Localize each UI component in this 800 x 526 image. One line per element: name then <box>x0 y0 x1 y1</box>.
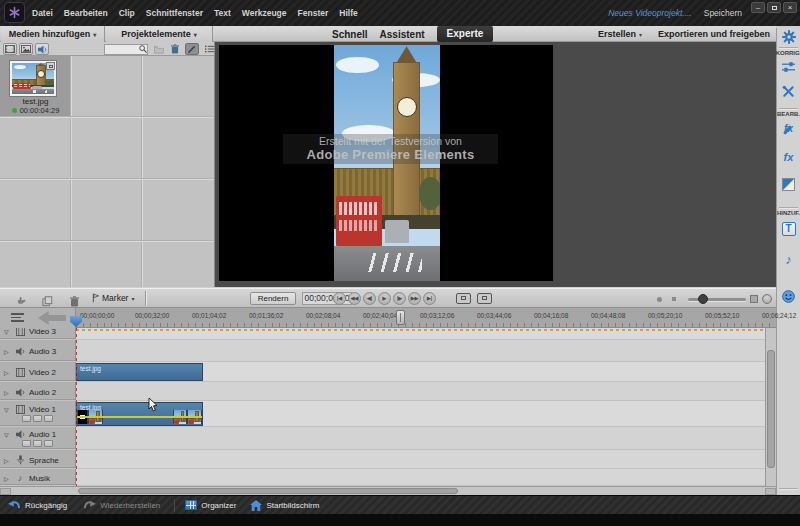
work-area-handle[interactable] <box>396 310 405 325</box>
collapse-icon[interactable]: ▽ <box>4 431 11 438</box>
titles-button[interactable]: T <box>777 222 800 236</box>
adjust-button[interactable] <box>777 61 800 73</box>
tab-experte[interactable]: Experte <box>437 26 494 42</box>
time-ruler[interactable]: 00;00;00;00 00;00;32;00 00;01;04;02 00;0… <box>0 308 776 328</box>
clip-video1-testjpg[interactable]: test.jpg <box>76 402 203 426</box>
add-media-button[interactable]: Medien hinzufügen ▾ <box>1 26 105 42</box>
media-thumbnail[interactable] <box>10 61 56 96</box>
menu-fenster[interactable]: Fenster <box>298 8 329 18</box>
organizer-button[interactable]: Organizer <box>185 500 236 510</box>
project-name-link[interactable]: Neues Videoprojekt.... <box>608 8 691 18</box>
help-knob-icon[interactable] <box>762 294 772 304</box>
opacity-rubber-band[interactable] <box>77 416 202 418</box>
next-keyframe-button[interactable] <box>44 440 53 447</box>
expand-icon[interactable]: ▷ <box>4 348 11 355</box>
export-share-button[interactable]: Exportieren und freigeben <box>658 29 770 39</box>
zoom-slider-track[interactable] <box>688 298 746 301</box>
menu-hilfe[interactable]: Hilfe <box>339 8 357 18</box>
vertical-scrollbar-thumb[interactable] <box>767 350 775 468</box>
full-screen-monitor-icon[interactable] <box>477 293 492 304</box>
expand-icon[interactable]: ▷ <box>4 389 11 396</box>
preview-monitor: Erstellt mit der Testversion von Adobe P… <box>215 42 776 287</box>
create-button[interactable]: Erstellen ▾ <box>598 29 642 39</box>
track-body-audio3[interactable] <box>76 340 776 361</box>
fast-forward-button[interactable]: ▶▶ <box>408 292 421 305</box>
menu-schnittfenster[interactable]: Schnittfenster <box>146 8 203 18</box>
pen-tool-button[interactable] <box>185 43 199 55</box>
collapse-icon[interactable]: ▽ <box>4 328 11 335</box>
track-name: Video 3 <box>29 328 56 336</box>
menu-clip[interactable]: Clip <box>119 8 135 18</box>
applied-effects-button[interactable]: fx <box>777 123 800 134</box>
add-media-label: Medien hinzufügen <box>9 29 91 39</box>
graphics-button[interactable] <box>777 290 800 303</box>
menu-text[interactable]: Text <box>214 8 231 18</box>
pan-arrow-icon[interactable] <box>38 311 66 325</box>
scrollbar-left-box[interactable] <box>0 488 11 495</box>
mix-audio-monitor-icon[interactable] <box>456 293 471 304</box>
redo-button[interactable]: Wiederherstellen <box>83 500 160 511</box>
save-button[interactable]: Speichern <box>704 8 742 18</box>
collapse-icon[interactable]: ▽ <box>4 406 11 413</box>
filter-video-button[interactable] <box>3 43 17 55</box>
tab-schnell[interactable]: Schnell <box>332 29 368 40</box>
filter-photo-button[interactable] <box>19 43 33 55</box>
minimize-button[interactable]: – <box>751 2 765 13</box>
prev-keyframe-button[interactable] <box>22 415 31 422</box>
music-button[interactable]: ♪ <box>777 252 800 267</box>
settings-button[interactable] <box>777 30 800 44</box>
home-screen-button[interactable]: Startbildschirm <box>250 500 319 511</box>
tools-button[interactable] <box>777 85 800 98</box>
next-keyframe-button[interactable] <box>44 415 53 422</box>
clip-video2-testjpg[interactable]: test.jpg <box>76 363 203 381</box>
menu-werkzeuge[interactable]: Werkzeuge <box>242 8 287 18</box>
current-time-indicator-line[interactable] <box>76 328 77 486</box>
timeline-settings-icon[interactable] <box>11 313 24 323</box>
close-button[interactable]: × <box>783 2 797 13</box>
render-button[interactable]: Rendern <box>250 292 296 305</box>
track-body-sprache[interactable] <box>76 450 776 468</box>
new-folder-button[interactable] <box>152 43 166 55</box>
expand-icon[interactable]: ▷ <box>4 475 11 482</box>
caret-down-icon: ▾ <box>639 31 642 38</box>
transitions-button[interactable] <box>777 178 800 191</box>
effects-button[interactable]: fx <box>777 151 800 163</box>
list-view-button[interactable] <box>202 43 216 55</box>
track-body-musik[interactable] <box>76 469 776 485</box>
titles-icon: T <box>782 222 796 236</box>
menu-datei[interactable]: Datei <box>32 8 53 18</box>
filter-audio-button[interactable] <box>35 43 49 55</box>
zoom-step-icon[interactable] <box>672 297 676 301</box>
undo-button[interactable]: Rückgängig <box>8 500 67 511</box>
vertical-scrollbar[interactable] <box>765 328 776 486</box>
scrollbar-right-box[interactable] <box>765 488 776 495</box>
tab-assistent[interactable]: Assistent <box>380 29 425 40</box>
add-keyframe-button[interactable] <box>33 440 42 447</box>
zoom-out-icon[interactable] <box>657 297 662 302</box>
horizontal-scrollbar-thumb[interactable] <box>78 488 458 494</box>
expand-icon[interactable]: ▷ <box>4 369 11 376</box>
restore-button[interactable] <box>767 2 781 13</box>
zoom-in-icon[interactable] <box>750 295 758 303</box>
frame-forward-button[interactable]: |▶ <box>393 292 406 305</box>
track-body-audio1[interactable] <box>76 427 776 449</box>
project-assets-button[interactable]: Projektelemente ▾ <box>106 26 213 42</box>
prev-keyframe-button[interactable] <box>22 440 31 447</box>
home-icon <box>250 500 262 511</box>
go-to-end-button[interactable]: ▶| <box>423 292 436 305</box>
expand-icon[interactable]: ▷ <box>4 457 11 464</box>
add-keyframe-button[interactable] <box>33 415 42 422</box>
zoom-slider-thumb[interactable] <box>698 294 708 304</box>
track-body-audio2[interactable] <box>76 382 776 400</box>
microphone-icon <box>15 455 25 465</box>
work-area-bar[interactable] <box>76 329 766 331</box>
play-button[interactable]: ▶ <box>378 292 391 305</box>
rewind-button[interactable]: ◀◀ <box>348 292 361 305</box>
marker-button[interactable]: Marker ▾ <box>92 293 134 303</box>
horizontal-scrollbar[interactable] <box>0 486 776 495</box>
video-track-icon <box>15 368 25 377</box>
go-to-start-button[interactable]: |◀ <box>333 292 346 305</box>
menu-bearbeiten[interactable]: Bearbeiten <box>64 8 108 18</box>
frame-back-button[interactable]: ◀| <box>363 292 376 305</box>
delete-item-button[interactable] <box>168 43 182 55</box>
